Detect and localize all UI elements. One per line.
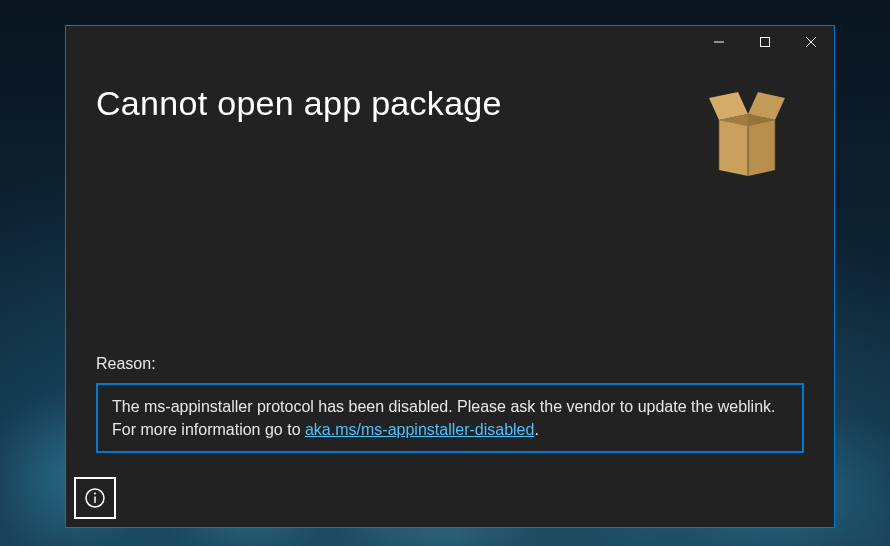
svg-marker-6	[748, 120, 775, 176]
open-box-icon	[692, 76, 800, 188]
maximize-button[interactable]	[742, 26, 788, 58]
app-installer-error-window: Cannot open app package	[65, 25, 835, 528]
reason-label: Reason:	[96, 355, 804, 373]
reason-message-box: The ms-appinstaller protocol has been di…	[96, 383, 804, 453]
error-title: Cannot open app package	[96, 84, 502, 123]
reason-section: Reason: The ms-appinstaller protocol has…	[96, 355, 804, 453]
maximize-icon	[760, 37, 770, 47]
info-button[interactable]	[74, 477, 116, 519]
minimize-icon	[714, 37, 724, 47]
minimize-button[interactable]	[696, 26, 742, 58]
svg-rect-1	[761, 38, 770, 47]
header-row: Cannot open app package	[96, 80, 804, 188]
window-content: Cannot open app package	[66, 58, 834, 527]
close-icon	[806, 37, 816, 47]
close-button[interactable]	[788, 26, 834, 58]
window-titlebar	[66, 26, 834, 58]
svg-point-15	[94, 493, 96, 495]
info-icon	[84, 487, 106, 509]
more-info-link[interactable]: aka.ms/ms-appinstaller-disabled	[305, 421, 534, 438]
reason-text-after: .	[534, 421, 538, 438]
svg-marker-5	[719, 120, 748, 176]
